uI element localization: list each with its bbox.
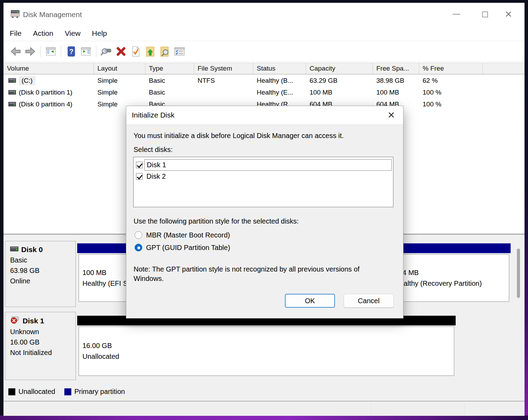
maximize-button[interactable] — [474, 3, 496, 26]
legend-item-primary: Primary partition — [64, 388, 125, 396]
disk1-label-panel[interactable]: Disk 1 Unknown 16.00 GB Not Initialized — [5, 312, 76, 380]
table-row[interactable]: (Disk 0 partition 1) Simple Basic Health… — [3, 87, 525, 98]
unallocated-region[interactable]: 16.00 GB Unallocated — [77, 316, 456, 377]
column-header-type[interactable]: Type — [145, 63, 194, 74]
rescan-disks-button[interactable] — [99, 45, 114, 58]
show-action-pane-icon — [80, 47, 91, 56]
disk-drive-app-icon — [10, 8, 20, 19]
legend: Unallocated Primary partition — [8, 388, 134, 396]
disk-size: 16.00 GB — [10, 338, 75, 346]
volume-name: (Disk 0 partition 4) — [19, 100, 72, 108]
properties-button[interactable] — [172, 45, 187, 58]
show-console-tree-button[interactable] — [43, 45, 58, 58]
ok-button[interactable]: OK — [285, 294, 335, 308]
mbr-radio-label: MBR (Master Boot Record) — [146, 231, 230, 239]
cancel-button[interactable]: Cancel — [344, 294, 394, 308]
vertical-scrollbar-thumb[interactable] — [517, 249, 520, 298]
volume-file-system — [194, 87, 253, 98]
disk1-partition-strip: 16.00 GB Unallocated — [77, 316, 456, 377]
back-icon — [10, 47, 21, 56]
menu-view[interactable]: View — [65, 29, 86, 38]
disk0-label-panel[interactable]: Disk 0 Basic 63.98 GB Online — [5, 241, 76, 307]
column-header-status[interactable]: Status — [253, 63, 306, 74]
volume-status: Healthy (B... — [253, 75, 306, 87]
delete-button[interactable] — [114, 45, 128, 58]
column-header-volume[interactable]: Volume — [3, 63, 94, 74]
status-bar-separator — [465, 403, 466, 414]
column-header-file-system[interactable]: File System — [194, 63, 253, 74]
forward-icon — [25, 47, 36, 56]
table-row[interactable]: (C:) Simple Basic NTFS Healthy (B... 63.… — [3, 75, 525, 87]
disk1-checkbox[interactable] — [136, 162, 143, 168]
volume-layout: Simple — [94, 75, 145, 87]
check-document-icon — [131, 46, 141, 57]
status-bar-separator — [371, 403, 372, 414]
volume-free-space: 38.98 GB — [373, 75, 419, 87]
volume-table: (C:) Simple Basic NTFS Healthy (B... 63.… — [3, 75, 525, 110]
legend-label: Unallocated — [18, 388, 55, 396]
toolbar: ? — [3, 41, 525, 62]
primary-partition-swatch — [64, 388, 71, 395]
menu-action[interactable]: Action — [33, 29, 59, 38]
volume-capacity: 63.29 GB — [306, 75, 373, 87]
volume-file-system: NTFS — [194, 75, 253, 87]
dialog-body: You must initialize a disk before Logica… — [126, 124, 403, 318]
close-button[interactable]: ✕ — [497, 3, 520, 26]
gpt-note: Note: The GPT partition style is not rec… — [134, 265, 381, 283]
partition-recovery[interactable]: 604 MB Healthy (Recovery Partition) — [386, 243, 511, 302]
disk-list-item[interactable]: Disk 2 — [134, 171, 393, 182]
volume-disk-icon — [8, 89, 16, 96]
menu-bar: File Action View Help — [3, 26, 525, 41]
show-console-tree-icon — [45, 47, 56, 56]
unallocated-swatch — [8, 388, 15, 395]
forward-button[interactable] — [23, 45, 38, 58]
minimize-icon — [453, 14, 460, 15]
svg-text:?: ? — [69, 48, 73, 55]
column-header-capacity[interactable]: Capacity — [306, 63, 373, 74]
disk2-checkbox[interactable] — [136, 173, 143, 180]
help-icon: ? — [66, 46, 76, 57]
folder-up-icon — [145, 46, 155, 57]
volume-name: (Disk 0 partition 1) — [19, 89, 72, 96]
dialog-close-button[interactable]: ✕ — [384, 108, 398, 122]
minimize-button[interactable] — [445, 3, 467, 26]
gpt-radio-row[interactable]: GPT (GUID Partition Table) — [135, 242, 230, 253]
window-title: Disk Management — [23, 10, 82, 19]
column-header-pct-free[interactable]: % Free — [419, 63, 483, 74]
toolbar-separator — [61, 46, 61, 57]
gpt-radio[interactable] — [135, 244, 142, 251]
volume-type: Basic — [145, 87, 194, 98]
close-icon: ✕ — [387, 110, 395, 121]
maximize-icon — [482, 11, 488, 17]
menu-help[interactable]: Help — [92, 29, 113, 38]
mbr-radio-row[interactable]: MBR (Master Boot Record) — [135, 230, 230, 240]
column-header-free-space[interactable]: Free Spa... — [373, 63, 419, 74]
disk-name: Disk 1 — [23, 317, 44, 325]
help-button[interactable]: ? — [64, 45, 79, 58]
show-action-pane-button[interactable] — [79, 45, 93, 58]
volume-free-space: 100 MB — [373, 87, 419, 98]
volume-pct-free: 100 % — [419, 98, 483, 110]
volume-pct-free: 100 % — [419, 87, 483, 98]
desktop-wallpaper-bottom — [0, 415, 528, 420]
column-header-extra — [483, 63, 525, 74]
folder-up-button[interactable] — [143, 45, 158, 58]
mbr-radio[interactable] — [135, 231, 142, 239]
dialog-title-bar: Initialize Disk ✕ — [126, 106, 403, 124]
volume-capacity: 100 MB — [306, 87, 373, 98]
folder-search-button[interactable] — [158, 45, 172, 58]
disk-list-item[interactable]: Disk 1 — [134, 159, 393, 171]
check-document-button[interactable] — [128, 45, 143, 58]
disk-size: 63.98 GB — [10, 267, 75, 275]
menu-file[interactable]: File — [10, 29, 27, 38]
disk-error-icon — [10, 316, 20, 325]
disk-name: Disk 0 — [21, 245, 43, 254]
column-header-layout[interactable]: Layout — [94, 63, 145, 74]
volume-table-header: Volume Layout Type File System Status Ca… — [3, 63, 525, 74]
dialog-message: You must initialize a disk before Logica… — [134, 132, 344, 140]
disk-listbox: Disk 1 Disk 2 — [133, 157, 393, 207]
back-button[interactable] — [8, 45, 23, 58]
title-bar: Disk Management ✕ — [3, 3, 525, 26]
rescan-disks-icon — [101, 46, 112, 57]
volume-type: Basic — [145, 75, 194, 87]
